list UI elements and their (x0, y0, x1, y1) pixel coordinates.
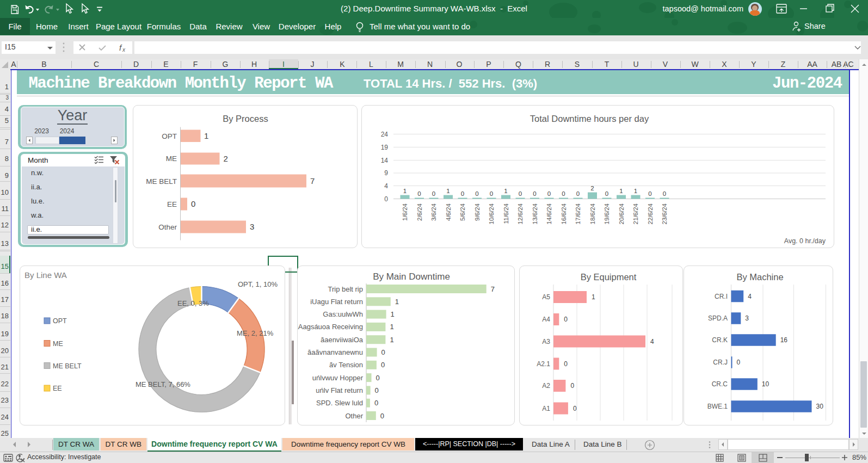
svg-text:ăaãvnanvanewnu: ăaãvnanvanewnu (307, 348, 363, 356)
svg-text:SPD. Slew luld: SPD. Slew luld (316, 399, 363, 407)
svg-text:3: 3 (745, 314, 749, 322)
svg-text:0: 0 (475, 190, 478, 196)
svg-text:0: 0 (576, 190, 580, 196)
svg-text:0: 0 (605, 190, 608, 196)
svg-text:9/6/24: 9/6/24 (474, 203, 481, 221)
svg-text:CR.I: CR.I (715, 293, 728, 300)
svg-text:0: 0 (547, 190, 551, 196)
svg-text:0: 0 (564, 360, 568, 368)
svg-text:0: 0 (490, 190, 493, 196)
svg-text:19: 19 (381, 144, 389, 151)
svg-text:Gas:uulwWh: Gas:uulwWh (323, 310, 363, 318)
svg-text:30: 30 (816, 403, 823, 410)
svg-text:1: 1 (390, 323, 393, 331)
svg-text:10: 10 (761, 380, 769, 388)
svg-text:4/6/24: 4/6/24 (445, 203, 452, 221)
svg-text:0: 0 (573, 405, 577, 412)
svg-text:5/6/24: 5/6/24 (459, 203, 466, 221)
svg-text:By Line WA: By Line WA (24, 270, 67, 280)
svg-text:ăv Tension: ăv Tension (329, 361, 363, 369)
svg-text:13/6/24: 13/6/24 (532, 203, 538, 224)
svg-text:By Main Downtime: By Main Downtime (373, 271, 450, 282)
svg-text:19/6/24: 19/6/24 (604, 203, 610, 224)
svg-text:3: 3 (250, 222, 254, 231)
svg-text:16: 16 (780, 336, 787, 344)
svg-text:OPT: OPT (162, 132, 177, 140)
svg-text:A1: A1 (542, 405, 550, 412)
svg-text:BWE.1: BWE.1 (707, 403, 728, 410)
svg-text:Other: Other (158, 223, 177, 231)
svg-text:ME BELT: ME BELT (53, 362, 82, 370)
svg-text:20/6/24: 20/6/24 (618, 203, 625, 224)
svg-text:7: 7 (491, 285, 495, 293)
svg-text:By Process: By Process (223, 114, 268, 124)
svg-text:ăaenviiwaiOa: ăaenviiwaiOa (321, 336, 364, 344)
svg-text:Other: Other (345, 412, 363, 420)
svg-text:1: 1 (204, 131, 208, 140)
svg-text:4: 4 (384, 182, 388, 190)
svg-text:23/6/24: 23/6/24 (661, 203, 668, 224)
svg-text:7: 7 (310, 176, 315, 185)
svg-text:ME BELT, 7, 66%: ME BELT, 7, 66% (136, 380, 190, 388)
svg-text:SPD.A: SPD.A (707, 314, 727, 322)
svg-text:By Machine: By Machine (736, 272, 783, 282)
svg-text:0: 0 (381, 361, 385, 369)
svg-text:17/6/24: 17/6/24 (575, 203, 581, 224)
svg-text:CR.K: CR.K (712, 336, 728, 344)
svg-text:1: 1 (391, 310, 395, 318)
svg-text:By Equipment: By Equipment (581, 272, 637, 282)
svg-text:21/6/24: 21/6/24 (632, 203, 639, 224)
svg-text:0: 0 (570, 382, 574, 390)
svg-text:14/6/24: 14/6/24 (546, 203, 552, 224)
svg-text:1: 1 (504, 187, 507, 194)
svg-text:CR.J: CR.J (713, 359, 728, 366)
svg-text:uńlv Flat return: uńlv Flat return (316, 386, 363, 394)
svg-text:x: x (122, 47, 126, 53)
svg-text:Total Downtime hours per day: Total Downtime hours per day (530, 114, 649, 124)
svg-text:18/6/24: 18/6/24 (589, 203, 596, 224)
svg-text:3/6/24: 3/6/24 (430, 203, 437, 221)
svg-text:1: 1 (446, 187, 450, 194)
svg-text:16/6/24: 16/6/24 (561, 203, 567, 224)
svg-text:EE: EE (53, 385, 62, 392)
svg-text:24: 24 (381, 131, 389, 138)
svg-text:4: 4 (748, 293, 752, 300)
svg-text:0: 0 (384, 195, 388, 203)
svg-text:0: 0 (432, 190, 435, 196)
svg-text:Trip belt rip: Trip belt rip (328, 285, 363, 293)
svg-text:OPT, 1, 10%: OPT, 1, 10% (238, 280, 278, 288)
svg-text:OPT: OPT (53, 317, 67, 325)
svg-text:ME: ME (166, 155, 177, 163)
svg-text:0: 0 (375, 386, 379, 394)
svg-text:uńlvwuv Hopper: uńlvwuv Hopper (312, 374, 364, 382)
svg-text:A3: A3 (542, 338, 550, 345)
svg-text:0: 0 (519, 190, 522, 196)
svg-text:A5: A5 (542, 293, 550, 301)
svg-text:0: 0 (381, 348, 385, 356)
svg-text:0: 0 (736, 359, 740, 366)
svg-text:1: 1 (390, 336, 393, 344)
svg-text:12/6/24: 12/6/24 (517, 203, 524, 224)
svg-text:ME: ME (53, 340, 63, 348)
svg-text:4: 4 (650, 338, 654, 345)
svg-text:iAagsáuoa Receiving: iAagsáuoa Receiving (298, 323, 363, 331)
svg-text:14: 14 (381, 157, 389, 164)
svg-text:0: 0 (376, 374, 380, 382)
svg-text:Avg. 0 hr./day: Avg. 0 hr./day (784, 237, 826, 245)
svg-text:0: 0 (374, 399, 378, 407)
svg-text:iUagu Flat return: iUagu Flat return (310, 298, 363, 306)
svg-text:1: 1 (395, 298, 399, 306)
svg-text:1/6/24: 1/6/24 (402, 203, 408, 221)
svg-text:2: 2 (590, 184, 594, 191)
svg-text:0: 0 (562, 190, 565, 196)
svg-text:10/6/24: 10/6/24 (488, 203, 495, 224)
svg-text:0: 0 (533, 190, 536, 196)
svg-text:A2: A2 (542, 382, 550, 390)
svg-text:ME, 2, 21%: ME, 2, 21% (237, 329, 274, 337)
svg-text:A2.1: A2.1 (537, 360, 550, 368)
svg-text:0: 0 (461, 190, 464, 196)
svg-text:1: 1 (403, 187, 407, 194)
svg-text:A4: A4 (542, 316, 550, 323)
svg-text:0: 0 (564, 316, 568, 323)
svg-text:22/6/24: 22/6/24 (647, 203, 654, 224)
